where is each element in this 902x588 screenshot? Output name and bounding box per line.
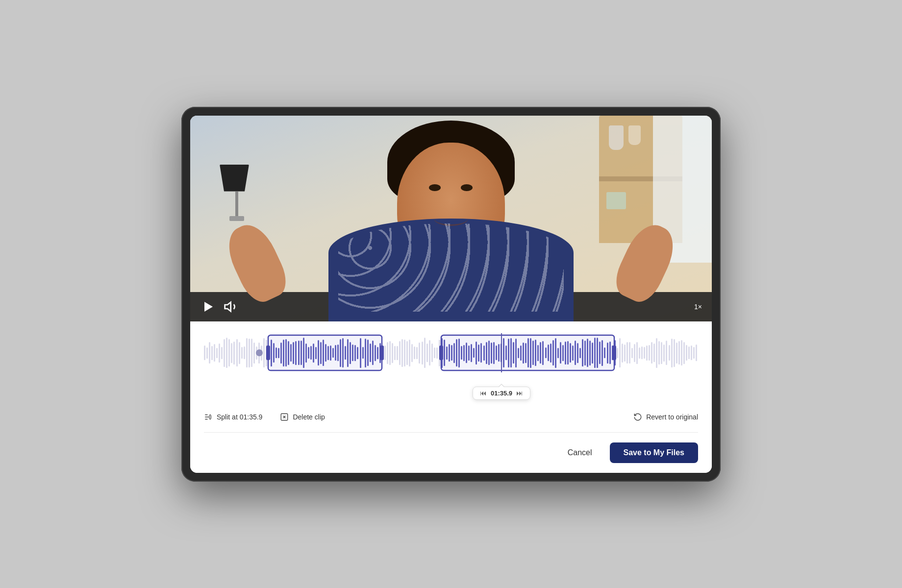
delete-clip-button[interactable]: Delete clip (280, 413, 325, 421)
revert-icon (633, 413, 642, 421)
action-footer: Cancel Save to My Files (190, 433, 712, 473)
playhead-tooltip: ⏮01:35.9⏭ (473, 387, 530, 400)
controls-row: Split at 01:35.9 Delete clip Revert to o… (190, 403, 712, 432)
split-icon (204, 413, 213, 421)
tooltip-next-button[interactable]: ⏭ (516, 390, 523, 396)
volume-button[interactable] (224, 299, 239, 315)
tooltip-prev-button[interactable]: ⏮ (480, 390, 487, 396)
volume-icon (224, 299, 239, 315)
cancel-button[interactable]: Cancel (558, 443, 602, 462)
play-icon (204, 302, 213, 312)
play-button[interactable] (200, 299, 216, 315)
video-preview: Previewing clip trimming 1× (190, 116, 712, 321)
delete-icon (280, 413, 289, 421)
playhead-time: 01:35.9 (491, 390, 512, 397)
revert-button[interactable]: Revert to original (633, 413, 698, 421)
save-button[interactable]: Save to My Files (610, 442, 699, 463)
device-frame: Previewing clip trimming 1× ⏮01:35.9⏭ (181, 107, 721, 482)
svg-marker-0 (225, 302, 231, 311)
timeline-area: ⏮01:35.9⏭ (190, 321, 712, 377)
device-inner: Previewing clip trimming 1× ⏮01:35.9⏭ (190, 116, 712, 473)
playback-speed: 1× (694, 303, 702, 311)
split-button[interactable]: Split at 01:35.9 (204, 413, 262, 421)
waveform-container[interactable]: ⏮01:35.9⏭ (204, 333, 698, 377)
